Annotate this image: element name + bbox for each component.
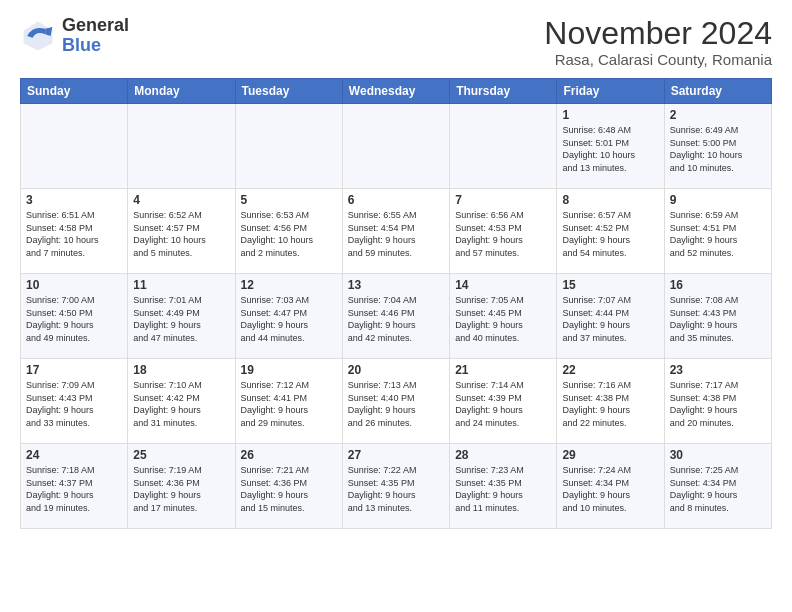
cell-w5-d3: 26Sunrise: 7:21 AM Sunset: 4:36 PM Dayli… (235, 444, 342, 529)
cell-w2-d4: 6Sunrise: 6:55 AM Sunset: 4:54 PM Daylig… (342, 189, 449, 274)
day-number: 17 (26, 363, 122, 377)
cell-w5-d5: 28Sunrise: 7:23 AM Sunset: 4:35 PM Dayli… (450, 444, 557, 529)
day-number: 30 (670, 448, 766, 462)
day-number: 4 (133, 193, 229, 207)
day-info: Sunrise: 7:00 AM Sunset: 4:50 PM Dayligh… (26, 294, 122, 344)
cell-w3-d6: 15Sunrise: 7:07 AM Sunset: 4:44 PM Dayli… (557, 274, 664, 359)
logo-general-text: General (62, 16, 129, 36)
week-row-1: 1Sunrise: 6:48 AM Sunset: 5:01 PM Daylig… (21, 104, 772, 189)
day-info: Sunrise: 7:05 AM Sunset: 4:45 PM Dayligh… (455, 294, 551, 344)
day-number: 11 (133, 278, 229, 292)
day-info: Sunrise: 7:03 AM Sunset: 4:47 PM Dayligh… (241, 294, 337, 344)
day-number: 8 (562, 193, 658, 207)
day-info: Sunrise: 7:17 AM Sunset: 4:38 PM Dayligh… (670, 379, 766, 429)
cell-w2-d7: 9Sunrise: 6:59 AM Sunset: 4:51 PM Daylig… (664, 189, 771, 274)
cell-w1-d6: 1Sunrise: 6:48 AM Sunset: 5:01 PM Daylig… (557, 104, 664, 189)
calendar-header: Sunday Monday Tuesday Wednesday Thursday… (21, 79, 772, 104)
day-info: Sunrise: 7:25 AM Sunset: 4:34 PM Dayligh… (670, 464, 766, 514)
day-info: Sunrise: 6:57 AM Sunset: 4:52 PM Dayligh… (562, 209, 658, 259)
col-sunday: Sunday (21, 79, 128, 104)
cell-w3-d3: 12Sunrise: 7:03 AM Sunset: 4:47 PM Dayli… (235, 274, 342, 359)
day-number: 2 (670, 108, 766, 122)
logo: General Blue (20, 16, 129, 56)
day-info: Sunrise: 6:59 AM Sunset: 4:51 PM Dayligh… (670, 209, 766, 259)
day-number: 1 (562, 108, 658, 122)
day-number: 22 (562, 363, 658, 377)
cell-w4-d4: 20Sunrise: 7:13 AM Sunset: 4:40 PM Dayli… (342, 359, 449, 444)
col-friday: Friday (557, 79, 664, 104)
day-info: Sunrise: 6:49 AM Sunset: 5:00 PM Dayligh… (670, 124, 766, 174)
day-number: 15 (562, 278, 658, 292)
cell-w4-d1: 17Sunrise: 7:09 AM Sunset: 4:43 PM Dayli… (21, 359, 128, 444)
day-number: 20 (348, 363, 444, 377)
cell-w2-d2: 4Sunrise: 6:52 AM Sunset: 4:57 PM Daylig… (128, 189, 235, 274)
week-row-5: 24Sunrise: 7:18 AM Sunset: 4:37 PM Dayli… (21, 444, 772, 529)
day-number: 3 (26, 193, 122, 207)
cell-w2-d6: 8Sunrise: 6:57 AM Sunset: 4:52 PM Daylig… (557, 189, 664, 274)
day-info: Sunrise: 7:13 AM Sunset: 4:40 PM Dayligh… (348, 379, 444, 429)
day-info: Sunrise: 7:12 AM Sunset: 4:41 PM Dayligh… (241, 379, 337, 429)
cell-w3-d4: 13Sunrise: 7:04 AM Sunset: 4:46 PM Dayli… (342, 274, 449, 359)
cell-w4-d6: 22Sunrise: 7:16 AM Sunset: 4:38 PM Dayli… (557, 359, 664, 444)
cell-w1-d7: 2Sunrise: 6:49 AM Sunset: 5:00 PM Daylig… (664, 104, 771, 189)
cell-w5-d1: 24Sunrise: 7:18 AM Sunset: 4:37 PM Dayli… (21, 444, 128, 529)
day-info: Sunrise: 7:21 AM Sunset: 4:36 PM Dayligh… (241, 464, 337, 514)
col-tuesday: Tuesday (235, 79, 342, 104)
cell-w5-d7: 30Sunrise: 7:25 AM Sunset: 4:34 PM Dayli… (664, 444, 771, 529)
calendar: Sunday Monday Tuesday Wednesday Thursday… (20, 78, 772, 529)
cell-w3-d7: 16Sunrise: 7:08 AM Sunset: 4:43 PM Dayli… (664, 274, 771, 359)
cell-w3-d1: 10Sunrise: 7:00 AM Sunset: 4:50 PM Dayli… (21, 274, 128, 359)
day-info: Sunrise: 7:22 AM Sunset: 4:35 PM Dayligh… (348, 464, 444, 514)
logo-icon (20, 18, 56, 54)
day-number: 29 (562, 448, 658, 462)
col-thursday: Thursday (450, 79, 557, 104)
day-info: Sunrise: 7:10 AM Sunset: 4:42 PM Dayligh… (133, 379, 229, 429)
cell-w5-d2: 25Sunrise: 7:19 AM Sunset: 4:36 PM Dayli… (128, 444, 235, 529)
week-row-3: 10Sunrise: 7:00 AM Sunset: 4:50 PM Dayli… (21, 274, 772, 359)
col-saturday: Saturday (664, 79, 771, 104)
day-number: 6 (348, 193, 444, 207)
cell-w1-d1 (21, 104, 128, 189)
day-info: Sunrise: 6:55 AM Sunset: 4:54 PM Dayligh… (348, 209, 444, 259)
day-number: 26 (241, 448, 337, 462)
cell-w1-d5 (450, 104, 557, 189)
cell-w1-d4 (342, 104, 449, 189)
day-number: 23 (670, 363, 766, 377)
day-info: Sunrise: 7:14 AM Sunset: 4:39 PM Dayligh… (455, 379, 551, 429)
col-monday: Monday (128, 79, 235, 104)
week-row-2: 3Sunrise: 6:51 AM Sunset: 4:58 PM Daylig… (21, 189, 772, 274)
cell-w5-d4: 27Sunrise: 7:22 AM Sunset: 4:35 PM Dayli… (342, 444, 449, 529)
calendar-body: 1Sunrise: 6:48 AM Sunset: 5:01 PM Daylig… (21, 104, 772, 529)
day-info: Sunrise: 7:04 AM Sunset: 4:46 PM Dayligh… (348, 294, 444, 344)
cell-w2-d3: 5Sunrise: 6:53 AM Sunset: 4:56 PM Daylig… (235, 189, 342, 274)
day-info: Sunrise: 7:07 AM Sunset: 4:44 PM Dayligh… (562, 294, 658, 344)
day-info: Sunrise: 7:01 AM Sunset: 4:49 PM Dayligh… (133, 294, 229, 344)
day-info: Sunrise: 6:52 AM Sunset: 4:57 PM Dayligh… (133, 209, 229, 259)
week-row-4: 17Sunrise: 7:09 AM Sunset: 4:43 PM Dayli… (21, 359, 772, 444)
day-number: 12 (241, 278, 337, 292)
day-info: Sunrise: 6:51 AM Sunset: 4:58 PM Dayligh… (26, 209, 122, 259)
day-number: 13 (348, 278, 444, 292)
cell-w2-d1: 3Sunrise: 6:51 AM Sunset: 4:58 PM Daylig… (21, 189, 128, 274)
title-block: November 2024 Rasa, Calarasi County, Rom… (544, 16, 772, 68)
cell-w4-d3: 19Sunrise: 7:12 AM Sunset: 4:41 PM Dayli… (235, 359, 342, 444)
day-number: 9 (670, 193, 766, 207)
day-info: Sunrise: 7:09 AM Sunset: 4:43 PM Dayligh… (26, 379, 122, 429)
day-number: 16 (670, 278, 766, 292)
day-number: 14 (455, 278, 551, 292)
day-info: Sunrise: 7:23 AM Sunset: 4:35 PM Dayligh… (455, 464, 551, 514)
day-number: 18 (133, 363, 229, 377)
days-row: Sunday Monday Tuesday Wednesday Thursday… (21, 79, 772, 104)
day-number: 19 (241, 363, 337, 377)
logo-text: General Blue (62, 16, 129, 56)
cell-w1-d3 (235, 104, 342, 189)
logo-blue-text: Blue (62, 36, 129, 56)
cell-w5-d6: 29Sunrise: 7:24 AM Sunset: 4:34 PM Dayli… (557, 444, 664, 529)
day-info: Sunrise: 6:56 AM Sunset: 4:53 PM Dayligh… (455, 209, 551, 259)
day-info: Sunrise: 6:53 AM Sunset: 4:56 PM Dayligh… (241, 209, 337, 259)
day-number: 5 (241, 193, 337, 207)
day-number: 27 (348, 448, 444, 462)
cell-w4-d7: 23Sunrise: 7:17 AM Sunset: 4:38 PM Dayli… (664, 359, 771, 444)
day-number: 7 (455, 193, 551, 207)
day-number: 25 (133, 448, 229, 462)
